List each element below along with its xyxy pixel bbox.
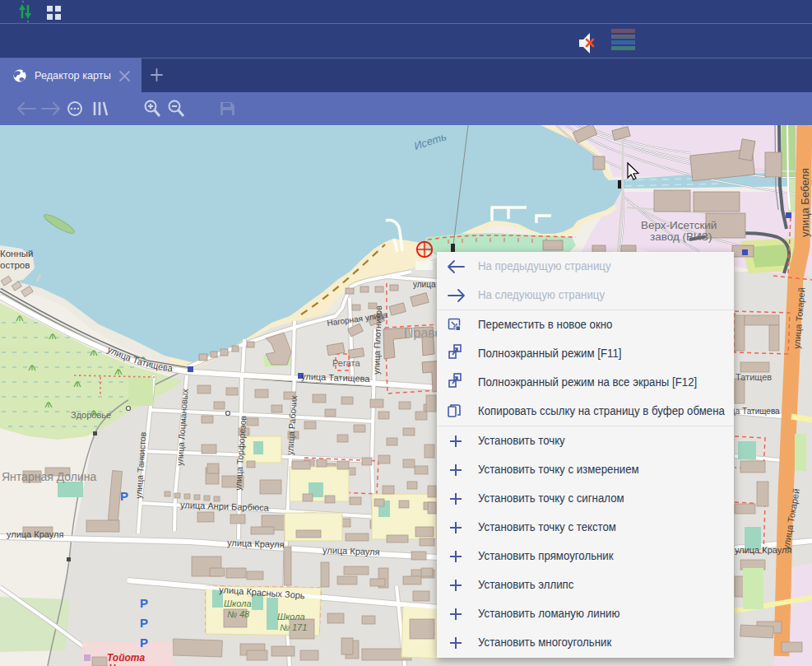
- svg-text:Здоровье: Здоровье: [71, 410, 111, 420]
- svg-text:Регата: Регата: [332, 358, 361, 368]
- svg-text:Татищев: Татищев: [735, 372, 772, 382]
- svg-text:Тойота: Тойота: [107, 652, 146, 664]
- svg-text:Школа: Школа: [224, 598, 252, 608]
- svg-text:улица Бебеля: улица Бебеля: [799, 168, 811, 237]
- svg-text:P: P: [120, 489, 128, 503]
- svg-text:Школа: Школа: [277, 612, 305, 622]
- svg-text:Центр: Центр: [109, 663, 142, 666]
- svg-text:P: P: [140, 636, 148, 650]
- svg-text:улица Крауля: улица Крауля: [7, 529, 63, 539]
- svg-text:ца Татищева: ца Татищева: [731, 407, 780, 416]
- svg-text:Янтарная Долина: Янтарная Долина: [2, 470, 96, 483]
- svg-text:улица Крауля: улица Крауля: [227, 538, 285, 549]
- svg-text:P: P: [140, 616, 148, 630]
- svg-text:улица Крауля: улица Крауля: [322, 545, 380, 557]
- svg-text:№ 48: № 48: [227, 609, 250, 619]
- svg-text:завод (ВИЗ): завод (ВИЗ): [650, 231, 712, 243]
- svg-text:P: P: [140, 596, 148, 610]
- svg-text:Конный: Конный: [0, 249, 34, 258]
- svg-text:№ 171: № 171: [280, 622, 307, 632]
- svg-text:остров: остров: [0, 260, 30, 270]
- svg-text:Верх-Исетский: Верх-Исетский: [641, 219, 717, 231]
